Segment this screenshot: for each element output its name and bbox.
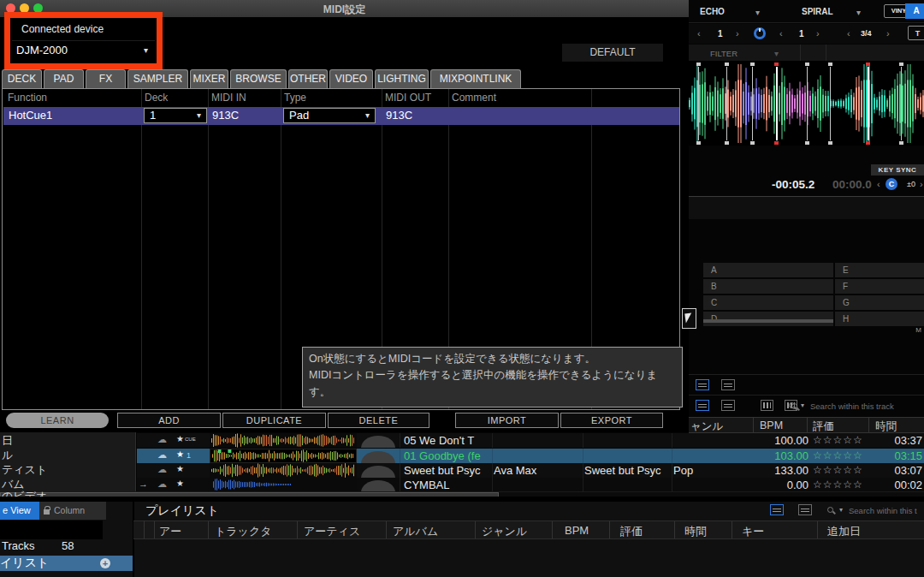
tab-browse[interactable]: BROWSE [230, 69, 287, 88]
cue-bank-c[interactable]: C [703, 295, 833, 310]
list-view-icon[interactable] [696, 379, 709, 390]
chevron-down-icon[interactable]: ▾ [839, 506, 843, 514]
chevron-down-icon[interactable]: ▾ [774, 49, 779, 58]
sidebar-item-date[interactable]: 日 [2, 433, 13, 449]
filter-select[interactable]: FILTER [710, 49, 737, 58]
prev-icon[interactable]: ‹ [847, 28, 850, 39]
column-midi-out[interactable]: MIDI OUT [385, 92, 431, 104]
sidebar-item-genre[interactable]: ル [2, 448, 13, 463]
tab-lighting[interactable]: LIGHTING [375, 69, 429, 88]
column-key[interactable]: キー [742, 524, 764, 539]
detail-view-icon[interactable] [798, 504, 812, 515]
column-midi-in[interactable]: MIDI IN [211, 92, 246, 104]
fx-assign-button[interactable]: A [905, 3, 924, 19]
key-value[interactable]: C [886, 178, 897, 190]
search-icon[interactable] [827, 507, 833, 513]
prev-icon[interactable]: ‹ [877, 179, 880, 189]
tab-pad[interactable]: PAD [44, 69, 84, 88]
track-time: 03:15 [873, 449, 922, 462]
deck-select[interactable]: 1▾ [144, 108, 207, 123]
bank-scrollbar[interactable] [703, 319, 833, 323]
connected-device-select[interactable]: DJM-2000 ▾ [12, 40, 155, 59]
track-row[interactable]: → ☁ ★ CYMBAL 0.00 ☆☆☆☆☆ 00:02 [137, 478, 924, 491]
detail-view-icon[interactable] [721, 379, 735, 390]
tab-sampler[interactable]: SAMPLER [127, 69, 188, 88]
import-button[interactable]: IMPORT [455, 413, 559, 428]
detail-view-icon[interactable] [721, 400, 735, 411]
cue-bank-f[interactable]: F [835, 279, 924, 294]
export-button[interactable]: EXPORT [560, 413, 663, 428]
column-rating[interactable]: 評価 [813, 419, 834, 434]
key-sync-button[interactable]: KEY SYNC [871, 164, 924, 175]
track-row[interactable]: ☁ ★ Sweet but Psyc Ava Max Sweet but Psy… [137, 463, 924, 478]
tab-fx[interactable]: FX [86, 69, 126, 88]
column-artwork[interactable]: アー [159, 524, 181, 539]
column-time[interactable]: 時間 [875, 419, 897, 434]
tab-other[interactable]: OTHER [288, 69, 328, 88]
memory-button[interactable]: M [915, 326, 921, 334]
cue-bank-b[interactable]: B [703, 279, 833, 294]
prev-icon[interactable]: ‹ [779, 28, 783, 39]
column-bpm[interactable]: BPM [760, 419, 783, 431]
tab-column-view[interactable]: Column View [39, 502, 106, 520]
column-rating[interactable]: 評価 [620, 524, 643, 539]
column-added[interactable]: 追加日 [827, 524, 861, 539]
fx-level-knob[interactable] [754, 27, 766, 39]
chevron-down-icon[interactable]: ▾ [755, 8, 760, 17]
three-pane-icon[interactable] [761, 400, 773, 411]
next-icon[interactable]: › [886, 28, 890, 39]
chevron-down-icon[interactable]: ▾ [856, 8, 861, 17]
sidebar-item-artist[interactable]: ティスト [2, 462, 47, 478]
deck-waveform[interactable] [689, 62, 924, 146]
duplicate-button[interactable]: DUPLICATE [222, 413, 326, 428]
default-button[interactable]: DEFAULT [562, 44, 663, 62]
column-time[interactable]: 時間 [684, 524, 707, 539]
mapping-row-selected[interactable]: HotCue1 1▾ 913C Pad▾ 913C [3, 107, 679, 125]
tap-button[interactable]: T [908, 26, 924, 40]
track-row-selected[interactable]: ☁ ★ 1 01 Goodbye (fe 103.00 ☆☆☆☆☆ 03:15 [137, 449, 924, 463]
cue-bank-e[interactable]: E [835, 263, 924, 277]
tracks-count-row[interactable]: Tracks 58 [0, 539, 133, 555]
search-icon[interactable] [791, 403, 797, 409]
fx2-select[interactable]: SPIRAL [802, 7, 833, 16]
tab-deck[interactable]: DECK [2, 69, 42, 88]
tab-tree-view[interactable]: e View [0, 502, 39, 520]
playlist-tree-item[interactable]: イリスト + [0, 556, 133, 571]
tab-video[interactable]: VIDEO [329, 69, 373, 88]
column-deck[interactable]: Deck [145, 92, 168, 104]
cue-bank-a[interactable]: A [703, 263, 833, 277]
learn-button[interactable]: LEARN [6, 413, 109, 428]
cue-badge: 1 [187, 451, 191, 460]
cue-bank-g[interactable]: G [835, 295, 924, 310]
column-function[interactable]: Function [8, 92, 47, 104]
column-type[interactable]: Type [284, 92, 306, 104]
prev-icon[interactable]: ‹ [697, 28, 701, 39]
column-genre[interactable]: ジャンル [482, 524, 527, 539]
track-row[interactable]: ☁ ★ CUE 05 We Don't T 100.00 ☆☆☆☆☆ 03:37 [137, 433, 924, 448]
fx1-select[interactable]: ECHO [700, 7, 725, 16]
column-title[interactable]: トラックタ [215, 524, 272, 539]
function-cell: HotCue1 [9, 109, 52, 122]
type-select[interactable]: Pad▾ [283, 108, 376, 123]
time-remaining: -00:05.2 [772, 178, 814, 191]
column-bpm[interactable]: BPM [565, 524, 589, 537]
next-icon[interactable]: › [920, 179, 923, 189]
search-input[interactable]: Search within this track [810, 402, 894, 411]
chevron-down-icon[interactable]: ▾ [801, 402, 804, 409]
tab-mixer[interactable]: MIXER [190, 69, 228, 88]
list-view-icon[interactable] [770, 504, 784, 515]
track-time: 03:37 [873, 434, 922, 447]
search-input[interactable]: Search within this t [849, 506, 917, 515]
cue-bank-h[interactable]: H [835, 312, 924, 326]
column-album[interactable]: アルバム [393, 524, 438, 539]
next-icon[interactable]: › [736, 28, 739, 39]
add-playlist-icon[interactable]: + [100, 558, 110, 568]
column-genre[interactable]: ャンル [690, 419, 723, 434]
tab-mixpointlink[interactable]: MIXPOINTLINK [430, 69, 521, 88]
column-artist[interactable]: アーティス [304, 524, 360, 539]
next-icon[interactable]: › [816, 28, 820, 39]
delete-button[interactable]: DELETE [328, 413, 429, 428]
column-comment[interactable]: Comment [452, 92, 496, 104]
list-view-icon[interactable] [696, 400, 709, 411]
add-button[interactable]: ADD [117, 413, 221, 428]
